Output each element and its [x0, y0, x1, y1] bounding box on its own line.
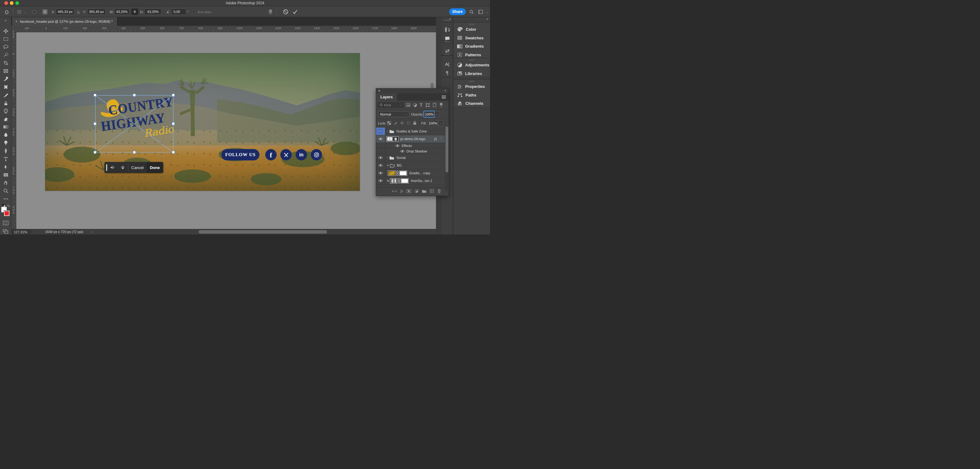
layers-scrollbar[interactable] — [445, 125, 449, 191]
lock-position-icon[interactable] — [400, 121, 404, 125]
pen-tool-icon[interactable] — [0, 147, 11, 155]
filter-shape-icon[interactable] — [426, 103, 430, 107]
commit-transform-icon[interactable] — [292, 6, 298, 17]
flip-horizontal-icon[interactable] — [107, 165, 118, 170]
transform-handle-bottom-left[interactable] — [94, 151, 96, 154]
background-color-swatch[interactable] — [4, 211, 10, 216]
brush-tool-icon[interactable] — [0, 91, 11, 99]
transform-handle-mid-left[interactable] — [94, 122, 96, 125]
share-button[interactable]: Share — [449, 8, 466, 15]
panel-item-swatches[interactable]: Swatches — [453, 34, 490, 42]
collapse-panel-icon[interactable]: « — [444, 89, 446, 92]
visibility-cell[interactable] — [376, 128, 385, 135]
history-brush-tool-icon[interactable] — [0, 107, 11, 115]
layer-row-guides-safe-zone[interactable]: ›Guides & Safe Zone — [376, 128, 445, 135]
link-dimensions-icon[interactable] — [131, 9, 138, 15]
horizontal-scrollbar[interactable] — [199, 230, 327, 234]
reference-point-checkbox[interactable] — [33, 6, 36, 17]
warp-mode-icon[interactable] — [268, 6, 273, 17]
transform-handle-bottom-center[interactable] — [133, 151, 136, 154]
dodge-tool-icon[interactable] — [0, 139, 11, 147]
width-field[interactable]: 43,25% — [114, 9, 130, 15]
panel-item-properties[interactable]: Properties — [453, 82, 490, 91]
lock-transparency-icon[interactable] — [387, 121, 391, 125]
gradient-thumbnail[interactable] — [388, 171, 395, 175]
frame-tool-icon[interactable] — [0, 67, 11, 75]
reference-point-grid-icon[interactable] — [42, 6, 48, 17]
spot-healing-tool-icon[interactable] — [0, 83, 11, 91]
layer-row-bg[interactable]: ▾BG — [376, 162, 445, 169]
blend-mode-select[interactable]: Normal⌄ — [378, 111, 409, 117]
fill-dropdown-icon[interactable]: ⌄ — [438, 120, 443, 126]
eyedropper-tool-icon[interactable] — [0, 75, 11, 83]
panel-item-adjustments[interactable]: Adjustments — [453, 61, 490, 69]
layer-style-icon[interactable]: fx — [400, 189, 403, 194]
collapse-effects-icon[interactable]: ⌃ — [440, 137, 442, 140]
layer-row-effects[interactable]: Effects — [376, 143, 445, 148]
new-group-icon[interactable] — [422, 189, 426, 193]
vertical-ruler[interactable]: 1000100200300400500600700800 — [11, 32, 16, 229]
y-position-field[interactable]: 365,49 px — [87, 9, 106, 15]
panel-item-libraries[interactable]: Libraries — [453, 69, 490, 78]
filter-adjustment-icon[interactable] — [413, 103, 417, 107]
transform-handle-top-left[interactable] — [94, 94, 96, 97]
transform-bounding-box[interactable] — [95, 95, 173, 152]
layer-row-social[interactable]: ›Social — [376, 154, 445, 162]
layers-tab[interactable]: Layers — [376, 93, 397, 101]
done-button[interactable]: Done — [147, 162, 163, 173]
lock-artboard-icon[interactable] — [406, 121, 410, 125]
home-icon[interactable] — [4, 6, 9, 17]
opacity-dropdown-icon[interactable]: ⌄ — [435, 111, 439, 117]
document-tab[interactable]: × facebook_header.psd @ 127% (pr-demo-29… — [12, 17, 117, 26]
layer-row-hue-sa-ion-1[interactable]: Hue/Sa...ion 1 — [376, 177, 445, 185]
layer-search-field[interactable]: Kind ⌄ — [378, 102, 404, 108]
opacity-field[interactable]: 100% — [424, 111, 434, 117]
horizontal-ruler[interactable]: 1000100200300400500600700800900100011001… — [11, 26, 436, 32]
mask-thumbnail[interactable] — [401, 179, 408, 183]
toolbar-collapse-icon[interactable]: » — [0, 18, 11, 23]
quick-mask-icon[interactable] — [0, 219, 11, 227]
lock-all-icon[interactable] — [413, 121, 417, 125]
filter-image-icon[interactable] — [406, 103, 410, 107]
eye-icon[interactable] — [376, 169, 385, 177]
layer-row-pr-demo-29-logo[interactable]: ▲pr-demo-29-logofx⌃ — [376, 135, 445, 143]
path-selection-tool-icon[interactable] — [0, 163, 11, 171]
brush-settings-panel-icon[interactable] — [441, 47, 453, 55]
add-mask-icon[interactable] — [406, 189, 411, 193]
workspace-switcher-icon[interactable] — [478, 6, 483, 17]
move-tool-icon[interactable] — [0, 27, 11, 35]
canvas[interactable]: COUNTRY HIGHWAY Radio FOLLOW US f in — [45, 53, 360, 191]
filter-type-icon[interactable]: T — [420, 103, 422, 108]
panel-item-channels[interactable]: Channels — [453, 99, 490, 108]
rotation-field[interactable]: 0,00 — [171, 9, 186, 15]
paragraph-panel-icon[interactable]: ¶ — [441, 68, 453, 77]
height-field[interactable]: 43,25% — [144, 9, 161, 15]
panel-menu-icon[interactable] — [441, 95, 446, 99]
x-position-field[interactable]: 465,33 px — [56, 9, 74, 15]
blur-tool-icon[interactable] — [0, 131, 11, 139]
close-tab-icon[interactable]: × — [15, 19, 18, 24]
panel-item-gradients[interactable]: Gradients — [453, 42, 490, 50]
status-chevron-icon[interactable]: › — [92, 230, 93, 234]
layer-thumbnail[interactable]: ▲ — [387, 137, 393, 141]
eye-icon[interactable] — [376, 154, 385, 161]
transform-tool-icon[interactable] — [17, 6, 22, 17]
clone-stamp-tool-icon[interactable] — [0, 99, 11, 107]
delete-layer-icon[interactable] — [437, 189, 441, 193]
lasso-tool-icon[interactable] — [0, 43, 11, 51]
fill-field[interactable]: 100% — [428, 120, 438, 126]
layer-row-drop-shadow[interactable]: Drop Shadow — [376, 148, 445, 154]
crop-tool-icon[interactable] — [0, 59, 11, 67]
comments-panel-icon[interactable] — [441, 34, 453, 43]
panel-item-paths[interactable]: Paths — [453, 91, 490, 99]
marquee-tool-icon[interactable] — [0, 35, 11, 43]
collapse-dock-icon[interactable]: « — [453, 17, 490, 22]
close-panel-icon[interactable]: × — [378, 89, 380, 93]
new-adjustment-icon[interactable] — [414, 189, 418, 193]
transform-handle-top-right[interactable] — [172, 94, 175, 97]
lock-pixels-icon[interactable] — [394, 121, 398, 125]
filter-toggle[interactable] — [439, 102, 443, 108]
document-area[interactable]: COUNTRY HIGHWAY Radio FOLLOW US f in — [16, 32, 436, 229]
visibility-cell[interactable] — [376, 148, 385, 154]
adjustment-thumbnail[interactable] — [390, 179, 397, 183]
